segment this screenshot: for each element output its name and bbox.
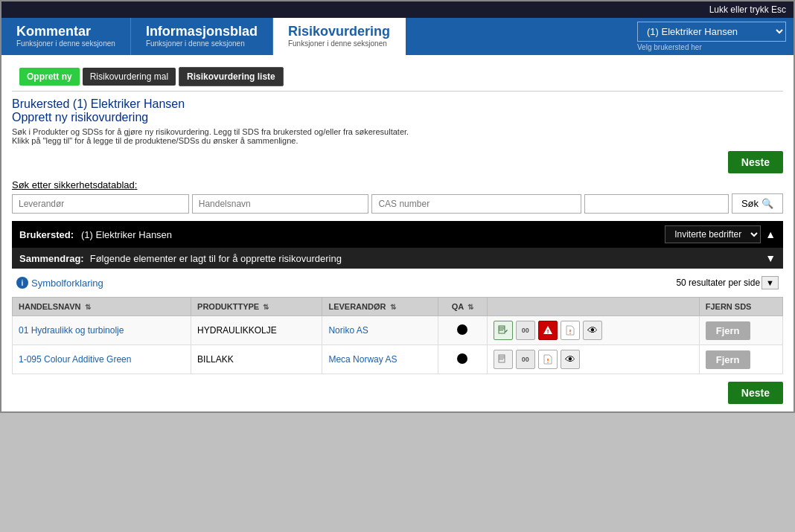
- section-bar-right: Inviterte bedrifter ▲: [665, 225, 776, 243]
- symbol-row: i Symbolforklaring 50 resultater per sid…: [12, 273, 783, 292]
- neste-bottom-row: Neste: [12, 382, 783, 404]
- results-per-page: 50 resultater per side ▼: [676, 276, 779, 289]
- symbolforklaring-label: Symbolforklaring: [31, 278, 103, 289]
- handelsnavn-link-0[interactable]: 01 Hydraulikk og turbinolje: [19, 325, 124, 336]
- th-fjern: FJERN SDS: [699, 298, 782, 316]
- warning-doc-icon-0[interactable]: [561, 321, 580, 340]
- cell-fjern-1: Fjern: [699, 345, 782, 374]
- nav-bar: Kommentar Funksjoner i denne seksjonen I…: [1, 18, 794, 55]
- nav-subtitle-kommentar: Funksjoner i denne seksjonen: [16, 39, 115, 48]
- search-button[interactable]: Søk 🔍: [732, 193, 783, 214]
- page-title: Opprett ny risikovurdering: [12, 111, 783, 124]
- brukersted-sublabel: Velg brukersted her: [637, 43, 786, 51]
- sort-icon-handelsnavn[interactable]: ⇅: [85, 303, 91, 311]
- nav-item-informasjonsblad[interactable]: Informasjonsblad Funksjoner i denne seks…: [131, 18, 273, 55]
- neste-top-row: Neste: [12, 151, 783, 173]
- page-desc-line2: Klikk på "legg til" for å legge til de p…: [12, 136, 783, 145]
- chat-icon-1[interactable]: 00: [516, 350, 535, 369]
- brukersted-line: Brukersted (1) Elektriker Hansen: [12, 97, 783, 111]
- brukersted-select[interactable]: (1) Elektriker Hansen: [637, 22, 786, 42]
- search-row: Søk 🔍: [12, 193, 783, 214]
- leverandor-link-0[interactable]: Noriko AS: [328, 325, 368, 336]
- inviterte-select[interactable]: Inviterte bedrifter: [665, 225, 761, 243]
- fjern-button-0[interactable]: Fjern: [706, 321, 750, 340]
- nav-subtitle-informasjonsblad: Funksjoner i denne seksjonen: [146, 39, 258, 48]
- cell-handelsnavn-1: 1-095 Colour Additive Green: [13, 345, 191, 374]
- sammendrag-label: Sammendrag:: [19, 253, 84, 264]
- sammendrag-text: Følgende elementer er lagt til for å opp…: [90, 253, 342, 264]
- mal-button[interactable]: Risikovurdering mal: [83, 68, 176, 86]
- opprett-ny-button[interactable]: Opprett ny: [19, 68, 80, 86]
- top-bar-message: Lukk eller trykk Esc: [709, 4, 786, 15]
- neste-bottom-button[interactable]: Neste: [728, 382, 783, 404]
- edit-icon-1[interactable]: [494, 350, 513, 369]
- table-row: 01 Hydraulikk og turbinolje HYDRAULIKKOL…: [13, 316, 783, 345]
- nav-title-informasjonsblad: Informasjonsblad: [146, 24, 258, 39]
- table-row: 1-095 Colour Additive Green BILLAKK Meca…: [13, 345, 783, 374]
- nav-subtitle-risikovurdering: Funksjoner i denne seksjonen: [288, 39, 390, 48]
- qa-dot-1: [457, 353, 467, 364]
- results-per-page-label: 50 resultater per side: [676, 278, 760, 288]
- handelsnavn-input[interactable]: [192, 194, 369, 214]
- brukersted-section-value: (1) Elektriker Hansen: [81, 229, 172, 240]
- nav-dropdown[interactable]: (1) Elektriker Hansen Velg brukersted he…: [630, 18, 794, 55]
- fjern-button-1[interactable]: Fjern: [706, 350, 750, 369]
- search-icon: 🔍: [762, 198, 773, 209]
- qa-dot-0: [457, 324, 467, 335]
- sammendrag-bar-right: ▼: [765, 252, 776, 264]
- cas-number-input[interactable]: [371, 194, 581, 214]
- th-leverandor: LEVERANDØR ⇅: [322, 298, 438, 316]
- sort-icon-produkttype[interactable]: ⇅: [263, 303, 269, 311]
- cell-actions-1: 00 👁: [487, 345, 699, 374]
- main-content: Opprett ny Risikovurdering mal Risikovur…: [1, 55, 794, 411]
- extra-input[interactable]: [584, 194, 729, 214]
- cell-actions-0: 00 ! 👁: [487, 316, 699, 345]
- brukersted-collapse-button[interactable]: ▲: [765, 228, 776, 240]
- handelsnavn-link-1[interactable]: 1-095 Colour Additive Green: [19, 354, 131, 365]
- cell-produkttype-1: BILLAKK: [191, 345, 322, 374]
- search-button-label: Søk: [741, 198, 759, 209]
- eye-icon-0[interactable]: 👁: [583, 321, 602, 340]
- nav-item-kommentar[interactable]: Kommentar Funksjoner i denne seksjonen: [1, 18, 131, 55]
- action-icons-1: 00 👁: [494, 350, 693, 369]
- toolbar: Opprett ny Risikovurdering mal Risikovur…: [12, 63, 783, 92]
- svg-point-5: [569, 333, 571, 334]
- warning-red-icon-0[interactable]: !: [538, 321, 558, 340]
- search-label: Søk etter sikkerhetsdatablad:: [12, 179, 783, 190]
- nav-title-risikovurdering: Risikovurdering: [288, 24, 390, 39]
- search-label-underline: sikkerhetsdatablad: [54, 179, 134, 190]
- nav-item-risikovurdering[interactable]: Risikovurdering Funksjoner i denne seksj…: [273, 18, 406, 55]
- th-handelsnavn: HANDELSNAVN ⇅: [13, 298, 191, 316]
- th-actions: [487, 298, 699, 316]
- chat-icon-0[interactable]: 00: [516, 321, 535, 340]
- cell-leverandor-0: Noriko AS: [322, 316, 438, 345]
- leverandor-link-1[interactable]: Meca Norway AS: [328, 354, 397, 365]
- sort-icon-qa[interactable]: ⇅: [467, 303, 473, 311]
- sort-icon-leverandor[interactable]: ⇅: [390, 303, 396, 311]
- neste-top-button[interactable]: Neste: [728, 151, 783, 173]
- brukersted-section-bar: Brukersted: (1) Elektriker Hansen Invite…: [12, 221, 783, 248]
- edit-icon-0[interactable]: [494, 321, 513, 340]
- cell-handelsnavn-0: 01 Hydraulikk og turbinolje: [13, 316, 191, 345]
- warning-doc-icon-1[interactable]: [538, 350, 558, 369]
- table-header-row: HANDELSNAVN ⇅ PRODUKTTYPE ⇅ LEVERANDØR ⇅…: [13, 298, 783, 316]
- sammendrag-collapse-button[interactable]: ▼: [765, 252, 776, 264]
- symbolforklaring-link[interactable]: i Symbolforklaring: [16, 277, 103, 289]
- cell-fjern-0: Fjern: [699, 316, 782, 345]
- results-per-page-dropdown[interactable]: ▼: [762, 276, 779, 289]
- cell-leverandor-1: Meca Norway AS: [322, 345, 438, 374]
- leverandor-input[interactable]: [12, 194, 189, 214]
- cell-qa-0: [438, 316, 487, 345]
- info-icon: i: [16, 277, 28, 289]
- cell-produkttype-0: HYDRAULIKKOLJE: [191, 316, 322, 345]
- svg-point-10: [547, 362, 549, 363]
- data-table: HANDELSNAVN ⇅ PRODUKTTYPE ⇅ LEVERANDØR ⇅…: [12, 297, 783, 374]
- th-qa: QA ⇅: [438, 298, 487, 316]
- liste-button[interactable]: Risikovurdering liste: [179, 67, 284, 86]
- page-desc-line1: Søk i Produkter og SDSs for å gjøre ny r…: [12, 127, 783, 136]
- svg-text:!: !: [546, 328, 549, 335]
- brukersted-section-label: Brukersted:: [19, 229, 74, 240]
- eye-icon-1[interactable]: 👁: [561, 350, 580, 369]
- nav-title-kommentar: Kommentar: [16, 24, 115, 39]
- cell-qa-1: [438, 345, 487, 374]
